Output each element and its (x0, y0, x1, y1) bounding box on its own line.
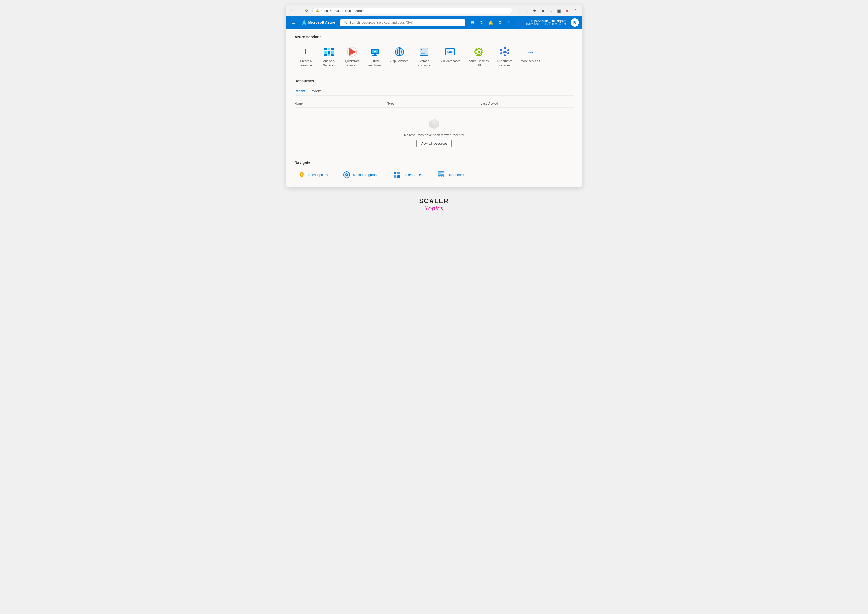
service-sql-databases[interactable]: SQL SQL databases (435, 43, 464, 70)
sql-databases-icon: SQL (444, 46, 456, 57)
quickstart-center-icon (346, 46, 357, 57)
browser-window: ← → ⟳ 🔒 https://portal.azure.com/#home ❐… (286, 5, 582, 187)
settings-icon[interactable]: ⚙ (496, 19, 504, 26)
forward-button[interactable]: → (297, 8, 303, 14)
refresh-icon[interactable]: ↻ (478, 19, 486, 26)
cast-icon[interactable]: ◻ (523, 8, 530, 14)
scaler-brand-bottom: Topics (425, 205, 443, 212)
scaler-logo: SCALER Topics (419, 197, 449, 212)
svg-rect-65 (441, 176, 442, 177)
share-icon[interactable]: ❐ (515, 8, 522, 14)
scaler-brand-top: SCALER (419, 197, 449, 205)
tab-recent[interactable]: Recent (295, 87, 310, 95)
view-all-resources-button[interactable]: View all resources (416, 140, 452, 147)
svg-rect-3 (325, 51, 327, 54)
svg-rect-64 (438, 176, 440, 177)
empty-cube-icon (428, 118, 440, 130)
bookmark-icon[interactable]: ★ (531, 8, 538, 14)
more-icon[interactable]: ⋮ (572, 8, 579, 14)
azure-cosmos-db-label: Azure CosmosDB (469, 59, 489, 67)
svg-rect-26 (421, 49, 422, 50)
app-services-icon (394, 46, 405, 57)
azure-search-bar[interactable]: 🔍 (340, 19, 465, 26)
svg-rect-14 (373, 55, 377, 56)
browser-nav-buttons: ← → ⟳ (289, 8, 310, 14)
svg-point-30 (478, 51, 480, 53)
help-icon[interactable]: ? (505, 19, 513, 26)
user-info[interactable]: rupeshgulia_20189@ait... ARMY INSTITUTE … (525, 19, 568, 26)
storage-accounts-icon (418, 46, 430, 57)
svg-line-40 (506, 52, 508, 53)
svg-rect-13 (374, 54, 376, 55)
service-azure-cosmos-db[interactable]: Azure CosmosDB (464, 43, 493, 70)
svg-rect-66 (443, 176, 444, 177)
notifications-icon[interactable]: 🔔 (487, 19, 495, 26)
svg-point-33 (508, 52, 509, 54)
svg-point-37 (503, 51, 506, 53)
hamburger-button[interactable]: ☰ (289, 19, 298, 26)
svg-point-54 (346, 174, 347, 175)
back-button[interactable]: ← (289, 8, 295, 14)
svg-rect-60 (438, 172, 441, 175)
azure-nav: ☰ Microsoft Azure 🔍 ▦ ↻ 🔔 ⚙ ? 👤 rupeshgu… (286, 16, 582, 29)
resources-tabs: Recent Favorite (295, 87, 574, 96)
service-kubernetes-services[interactable]: Kubernetesservices (493, 43, 517, 70)
subscriptions-label: Subscriptions (308, 173, 328, 177)
service-app-services[interactable]: App Services (387, 43, 413, 70)
service-quickstart-center[interactable]: QuickstartCenter (340, 43, 363, 70)
feedback-icon[interactable]: 👤 (514, 19, 522, 26)
browser-chrome: ← → ⟳ 🔒 https://portal.azure.com/#home ❐… (286, 5, 582, 16)
circle-icon[interactable]: ● (564, 8, 571, 14)
user-name: rupeshgulia_20189@ait... (531, 19, 568, 23)
svg-rect-8 (331, 54, 334, 56)
resource-groups-label: Resource groups (353, 173, 379, 177)
svg-point-36 (500, 49, 502, 51)
url-text: https://portal.azure.com/#home (321, 9, 509, 13)
resources-table-header: Name Type Last Viewed (295, 100, 574, 108)
resources-title: Resources (295, 79, 574, 83)
svg-point-32 (508, 49, 509, 51)
search-input[interactable] (349, 21, 462, 25)
analysis-services-label: AnalysisServices (323, 59, 335, 67)
all-resources-icon (393, 171, 401, 179)
dashboard-icon (437, 171, 445, 179)
svg-rect-55 (394, 172, 396, 174)
extension-icon[interactable]: ◆ (540, 8, 546, 14)
analysis-services-icon (323, 46, 335, 57)
user-avatar[interactable]: R (571, 19, 579, 26)
download-icon[interactable]: ↓ (548, 8, 554, 14)
service-virtual-machines[interactable]: Virtualmachines (363, 43, 387, 70)
address-bar[interactable]: 🔒 https://portal.azure.com/#home (312, 8, 512, 14)
service-analysis-services[interactable]: AnalysisServices (317, 43, 340, 70)
svg-rect-24 (421, 52, 427, 52)
scaler-branding: SCALER Topics (419, 197, 449, 212)
quickstart-center-label: QuickstartCenter (345, 59, 359, 67)
sql-databases-label: SQL databases (439, 59, 460, 64)
navigate-dashboard[interactable]: Dashboard (434, 169, 467, 181)
screencast-icon[interactable]: ▣ (556, 8, 562, 14)
service-create-resource[interactable]: + Create aresource (295, 43, 317, 70)
svg-rect-0 (325, 48, 327, 50)
reload-button[interactable]: ⟳ (304, 8, 310, 14)
service-storage-accounts[interactable]: Storageaccounts (412, 43, 435, 70)
tab-favorite[interactable]: Favorite (310, 87, 326, 95)
portal-icon[interactable]: ▦ (468, 19, 477, 26)
search-icon: 🔍 (343, 21, 347, 25)
app-services-label: App Services (390, 59, 408, 64)
col-type: Type (387, 102, 481, 105)
navigate-all-resources[interactable]: All resources (390, 169, 426, 181)
svg-point-35 (500, 52, 502, 54)
dashboard-label: Dashboard (448, 173, 464, 177)
navigate-resource-groups[interactable]: Resource groups (339, 169, 382, 181)
service-more-services[interactable]: → More services (517, 43, 544, 70)
svg-line-39 (506, 51, 508, 51)
svg-rect-57 (394, 175, 396, 178)
svg-line-42 (502, 52, 503, 53)
empty-state-text: No resources have been viewed recently (404, 133, 464, 137)
navigate-grid: Subscriptions Resource groups (295, 169, 574, 181)
user-org: ARMY INSTITUTE OF TECHNOLO... (525, 23, 568, 26)
navigate-subscriptions[interactable]: Subscriptions (295, 169, 331, 181)
col-name: Name (295, 102, 388, 105)
azure-nav-right: ▦ ↻ 🔔 ⚙ ? 👤 rupeshgulia_20189@ait... ARM… (468, 19, 579, 26)
create-resource-icon: + (300, 46, 312, 57)
